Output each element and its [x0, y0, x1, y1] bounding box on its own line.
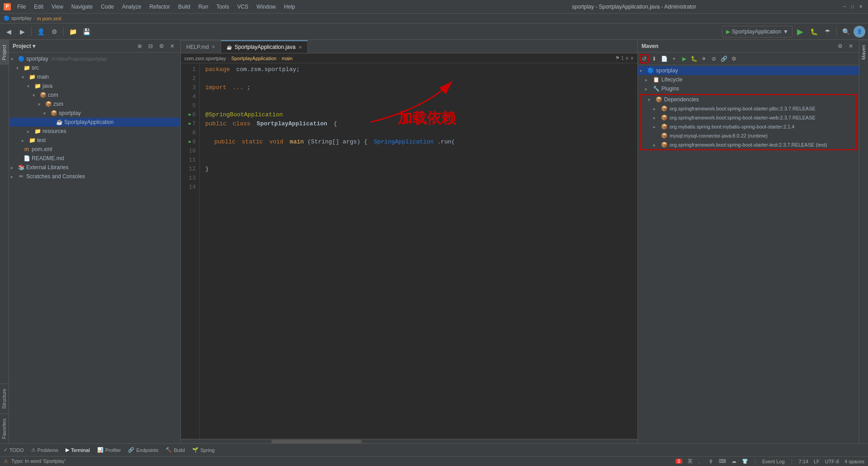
menu-help[interactable]: Help [280, 3, 299, 11]
maven-side-tab[interactable]: Maven [859, 40, 868, 64]
tree-item-scratches[interactable]: ▸ ✏ Scratches and Consoles [9, 172, 180, 181]
tree-item-pom[interactable]: m pom.xml [9, 145, 180, 154]
gutter-run-icon-9[interactable]: ▶ [189, 138, 191, 147]
tree-item-readme[interactable]: 📄 README.md [9, 154, 180, 163]
maven-item-mybatis[interactable]: ▸ 📦 org.mybatis.spring.boot:mybatis-spri… [641, 122, 856, 131]
open-button[interactable]: 📁 [67, 26, 79, 38]
menu-navigate[interactable]: Navigate [68, 3, 96, 11]
panel-hide-button[interactable]: ✕ [168, 42, 177, 51]
tree-item-main[interactable]: ▾ 📁 main [9, 72, 180, 81]
maven-item-dependencies[interactable]: ▾ 📦 Dependencies [641, 95, 856, 104]
menu-refactor[interactable]: Refactor [146, 3, 174, 11]
spring-tab[interactable]: 🌱 Spring [192, 447, 215, 453]
tree-item-java[interactable]: ▾ 📁 java [9, 81, 180, 90]
ime-mic-icon[interactable]: 🎙 [708, 459, 713, 464]
maven-item-test[interactable]: ▸ 📦 org.springframework.boot:spring-boot… [641, 140, 856, 149]
tree-arrow: ▾ [22, 75, 27, 80]
favorites-tab[interactable]: Favorites [0, 414, 9, 443]
code-editor[interactable]: 1 2 3 4 5 ▶ 6 ▶ 7 8 ▶ 9 10 11 [181, 63, 637, 439]
tree-item-external-libs[interactable]: ▸ 📚 External Libraries [9, 163, 180, 172]
maven-item-web[interactable]: ▸ 📦 org.springframework.boot:spring-boot… [641, 113, 856, 122]
package-icon: 📦 [39, 91, 47, 99]
maven-add-button[interactable]: + [670, 54, 679, 63]
maven-item-lifecycle[interactable]: ▸ 📋 Lifecycle [638, 75, 859, 84]
avatar-button[interactable]: 👤 [854, 26, 865, 38]
debug-button[interactable]: 🐛 [808, 26, 820, 38]
maximize-button[interactable]: □ [849, 3, 856, 10]
maven-reload-button[interactable]: ↺ [640, 54, 649, 63]
editor-scrollbar-h[interactable] [181, 439, 637, 443]
tree-item-sportplay-root[interactable]: ▾ 🔵 sportplay H:\IdeaProjects\sportplay [9, 54, 180, 63]
maven-item-mysql[interactable]: 📦 mysql:mysql-connector-java:8.0.22 (run… [641, 131, 856, 140]
tree-item-sportplay-app[interactable]: ☕ SportplayApplication [9, 118, 180, 127]
keyword-public-2: public [214, 138, 236, 147]
gutter-run-icon-6[interactable]: ▶ [189, 110, 191, 119]
ime-keyboard-icon[interactable]: ⌨ [719, 458, 726, 464]
maven-label-jdbc: org.springframework.boot:spring-boot-sta… [670, 106, 816, 111]
maven-toggle-offline[interactable]: ✈ [699, 54, 708, 63]
maven-skip-tests[interactable]: ⊘ [709, 54, 718, 63]
event-log-button[interactable]: Event Log [762, 459, 785, 464]
maven-hide-button[interactable]: ✕ [846, 42, 855, 51]
gutter-run-icon-7[interactable]: ▶ [189, 119, 191, 128]
coverage-button[interactable]: ☂ [821, 26, 833, 38]
profiler-tab[interactable]: 📊 Profiler [97, 447, 121, 453]
endpoints-tab[interactable]: 🔗 Endpoints [128, 447, 158, 453]
maven-show-deps[interactable]: 🔗 [719, 54, 728, 63]
structure-tab[interactable]: Structure [0, 384, 9, 414]
keyword-void: void [269, 138, 283, 147]
menu-window[interactable]: Window [253, 3, 279, 11]
menu-tools[interactable]: Tools [213, 3, 233, 11]
tab-sportplay-app[interactable]: ☕ SportplayApplication.java ✕ [221, 40, 308, 53]
menu-edit[interactable]: Edit [30, 3, 47, 11]
close-tab-help[interactable]: ✕ [212, 44, 215, 49]
search-button[interactable]: 🔍 [840, 26, 852, 38]
ime-shirt-icon[interactable]: 👕 [742, 458, 748, 464]
tree-item-zsm[interactable]: ▾ 📦 zsm [9, 100, 180, 109]
maven-item-jdbc[interactable]: ▸ 📦 org.springframework.boot:spring-boot… [641, 104, 856, 113]
todo-tab[interactable]: ✓ TODO [4, 447, 24, 453]
maven-download-sources-button[interactable]: ⬇ [650, 54, 659, 63]
terminal-tab[interactable]: ▶ Terminal [66, 447, 90, 453]
ime-cloud-icon[interactable]: ☁ [731, 458, 736, 464]
menu-build[interactable]: Build [175, 3, 194, 11]
tree-item-resources[interactable]: ▸ 📁 resources [9, 127, 180, 136]
maven-item-plugins[interactable]: ▸ 🔧 Plugins [638, 84, 859, 93]
nav-back-button[interactable]: ◀ [3, 26, 14, 38]
maven-debug-run-button[interactable]: 🐛 [689, 54, 698, 63]
maven-item-sportplay[interactable]: ▾ 🔵 sportplay [638, 66, 859, 75]
build-tab[interactable]: 🔨 Build [165, 447, 184, 453]
tree-item-com[interactable]: ▾ 📦 com [9, 90, 180, 100]
close-tab-sportplay[interactable]: ✕ [298, 45, 302, 50]
maven-download-docs-button[interactable]: 📄 [660, 54, 669, 63]
maven-run-button[interactable]: ▶ [679, 54, 689, 63]
menu-analyze[interactable]: Analyze [118, 3, 145, 11]
save-button[interactable]: 💾 [80, 26, 92, 38]
maven-settings-file[interactable]: ⚙ [729, 54, 738, 63]
import-semi: ; [247, 83, 250, 92]
user-button[interactable]: 👤 [35, 26, 47, 38]
run-config-selector[interactable]: ▶ SportplayApplication ▼ [722, 26, 793, 38]
collapse-all-button[interactable]: ⊟ [146, 42, 155, 51]
menu-view[interactable]: View [48, 3, 67, 11]
menu-vcs[interactable]: VCS [234, 3, 252, 11]
menu-run[interactable]: Run [195, 3, 212, 11]
maven-settings-button[interactable]: ⚙ [835, 42, 844, 51]
minimize-button[interactable]: ─ [841, 3, 848, 10]
run-button[interactable]: ▶ [794, 26, 806, 38]
tree-item-src[interactable]: ▾ 📁 src [9, 63, 180, 72]
project-tab[interactable]: Project [0, 40, 9, 65]
tree-label-scratches: Scratches and Consoles [26, 173, 85, 180]
tree-item-sportplay-pkg[interactable]: ▾ 📦 sportplay [9, 109, 180, 118]
settings-button[interactable]: ⚙ [48, 26, 60, 38]
scrollbar-thumb-h[interactable] [271, 440, 362, 443]
panel-settings-button[interactable]: ⚙ [157, 42, 166, 51]
menu-file[interactable]: File [14, 3, 29, 11]
nav-forward-button[interactable]: ▶ [16, 26, 28, 38]
tab-help-md[interactable]: HELP.md ✕ [181, 40, 221, 53]
menu-code[interactable]: Code [97, 3, 118, 11]
tree-item-test[interactable]: ▸ 📁 test [9, 136, 180, 145]
locate-file-button[interactable]: ⊕ [135, 42, 144, 51]
close-button[interactable]: ✕ [857, 3, 864, 10]
problems-tab[interactable]: ⚠ Problems [31, 447, 58, 453]
